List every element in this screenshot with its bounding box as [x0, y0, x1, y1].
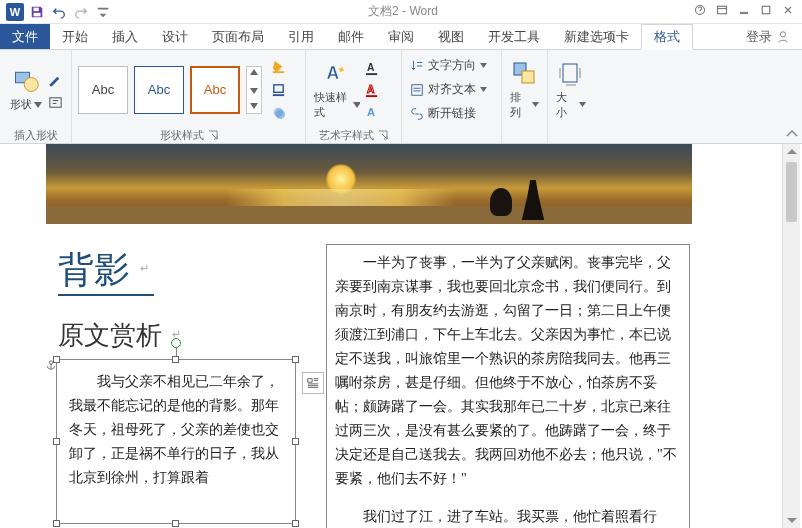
resize-handle[interactable]	[292, 438, 299, 445]
tab-devtools[interactable]: 开发工具	[476, 24, 552, 49]
group-wordart-styles: A 快速样式 A A A 艺术字样式	[306, 50, 402, 143]
shape-fill-icon[interactable]	[268, 57, 288, 77]
body-paragraph-1: 一半为了丧事，一半为了父亲赋闲。丧事完毕，父亲要到南京谋事，我也要回北京念书，我…	[335, 251, 681, 491]
resize-handle[interactable]	[172, 356, 179, 363]
help-icon[interactable]	[694, 4, 706, 19]
shape-style-3[interactable]: Abc	[190, 66, 240, 114]
arrange-button[interactable]: 排列	[508, 56, 541, 124]
text-outline-icon[interactable]: A	[362, 81, 382, 101]
group-label-wordart: 艺术字样式	[319, 128, 374, 143]
svg-rect-17	[365, 73, 376, 75]
tab-newtab[interactable]: 新建选项卡	[552, 24, 641, 49]
heading-2[interactable]: 原文赏析	[58, 318, 162, 353]
textbox-content[interactable]: 我与父亲不相见已二年余了，我最不能忘记的是他的背影。那年冬天，祖母死了，父亲的差…	[57, 360, 295, 500]
chevron-down-icon	[579, 102, 586, 107]
collapse-ribbon-icon[interactable]	[786, 128, 798, 143]
close-icon[interactable]	[782, 4, 794, 19]
qat-redo-icon[interactable]	[72, 3, 90, 21]
tab-login[interactable]: 登录	[734, 24, 802, 49]
chevron-down-icon	[34, 102, 42, 108]
quick-styles-icon: A	[323, 60, 351, 88]
tab-mailings[interactable]: 邮件	[326, 24, 376, 49]
vertical-scrollbar[interactable]	[782, 144, 800, 528]
scroll-up-icon[interactable]	[783, 144, 800, 160]
svg-rect-19	[365, 95, 376, 97]
svg-rect-23	[522, 71, 534, 83]
title-bar: W 文档2 - Word	[0, 0, 802, 24]
scroll-down-icon[interactable]	[783, 512, 800, 528]
svg-rect-12	[272, 94, 283, 96]
svg-rect-0	[34, 7, 39, 11]
resize-handle[interactable]	[53, 356, 60, 363]
shape-outline-icon[interactable]	[268, 80, 288, 100]
text-fill-icon[interactable]: A	[362, 59, 382, 79]
shape-styles-launcher-icon[interactable]	[208, 130, 218, 140]
maximize-icon[interactable]	[760, 4, 772, 19]
tab-insert[interactable]: 插入	[100, 24, 150, 49]
break-link-label: 断开链接	[428, 105, 476, 122]
layout-options-button[interactable]	[302, 372, 324, 394]
shapes-label: 形状	[10, 97, 32, 112]
align-text-button[interactable]: 对齐文本	[408, 79, 489, 101]
shape-style-2[interactable]: Abc	[134, 66, 184, 114]
qat-customize-icon[interactable]	[94, 3, 112, 21]
inline-picture[interactable]	[46, 144, 692, 224]
tab-format[interactable]: 格式	[641, 24, 693, 50]
svg-text:A: A	[366, 84, 374, 95]
resize-handle[interactable]	[292, 356, 299, 363]
svg-rect-3	[718, 6, 727, 14]
page[interactable]: 背影 ↵ 原文赏析 ↵ 我与父亲不相见已二年余了，我最不能忘记的是他的背影。那年…	[0, 144, 782, 528]
resize-handle[interactable]	[53, 438, 60, 445]
ribbon: 形状 插入形状 Abc Abc Abc	[0, 50, 802, 144]
edit-shape-icon[interactable]	[45, 71, 65, 91]
qat-save-icon[interactable]	[28, 3, 46, 21]
scroll-thumb[interactable]	[786, 162, 797, 222]
align-text-label: 对齐文本	[428, 81, 476, 98]
minimize-icon[interactable]	[738, 4, 750, 19]
tab-view[interactable]: 视图	[426, 24, 476, 49]
document-area: 背影 ↵ 原文赏析 ↵ 我与父亲不相见已二年余了，我最不能忘记的是他的背影。那年…	[0, 144, 802, 528]
shape-style-1[interactable]: Abc	[78, 66, 128, 114]
shape-style-gallery[interactable]: Abc Abc Abc	[78, 66, 262, 114]
text-effects-icon[interactable]: A	[362, 103, 382, 123]
gallery-more-button[interactable]	[246, 66, 262, 114]
tab-review[interactable]: 审阅	[376, 24, 426, 49]
text-column-box[interactable]: 一半为了丧事，一半为了父亲赋闲。丧事完毕，父亲要到南京谋事，我也要回北京念书，我…	[326, 244, 690, 528]
shape-effects-icon[interactable]	[268, 103, 288, 123]
tab-layout[interactable]: 页面布局	[200, 24, 276, 49]
size-button[interactable]: 大小	[554, 56, 588, 124]
quick-styles-button[interactable]: A 快速样式	[312, 56, 362, 124]
qat-undo-icon[interactable]	[50, 3, 68, 21]
text-direction-icon	[410, 59, 424, 73]
login-dropdown-icon	[776, 30, 790, 44]
text-direction-button[interactable]: 文字方向	[408, 55, 489, 77]
heading-underline	[58, 294, 154, 296]
window-title: 文档2 - Word	[112, 3, 694, 20]
heading-1[interactable]: 背影	[58, 246, 130, 295]
shapes-button[interactable]: 形状	[6, 63, 45, 116]
break-link-button[interactable]: 断开链接	[408, 103, 489, 125]
word-app-icon: W	[6, 3, 24, 21]
login-label: 登录	[746, 28, 772, 46]
arrange-icon	[511, 60, 539, 88]
wordart-launcher-icon[interactable]	[378, 130, 388, 140]
tab-file[interactable]: 文件	[0, 24, 50, 49]
ribbon-display-icon[interactable]	[716, 4, 728, 19]
resize-handle[interactable]	[172, 520, 179, 527]
tab-home[interactable]: 开始	[50, 24, 100, 49]
svg-rect-10	[272, 71, 283, 73]
svg-text:A: A	[366, 106, 374, 118]
resize-handle[interactable]	[53, 520, 60, 527]
draw-textbox-icon[interactable]	[45, 93, 65, 113]
svg-text:A: A	[327, 63, 340, 83]
tab-references[interactable]: 引用	[276, 24, 326, 49]
para-mark: ↵	[140, 262, 149, 275]
textbox-selected[interactable]: 我与父亲不相见已二年余了，我最不能忘记的是他的背影。那年冬天，祖母死了，父亲的差…	[56, 359, 296, 524]
svg-rect-4	[740, 12, 748, 14]
group-insert-shapes: 形状 插入形状	[0, 50, 72, 143]
resize-handle[interactable]	[292, 520, 299, 527]
chevron-down-icon	[353, 102, 360, 108]
tab-design[interactable]: 设计	[150, 24, 200, 49]
svg-point-8	[24, 78, 38, 92]
rotate-handle[interactable]	[171, 338, 181, 348]
